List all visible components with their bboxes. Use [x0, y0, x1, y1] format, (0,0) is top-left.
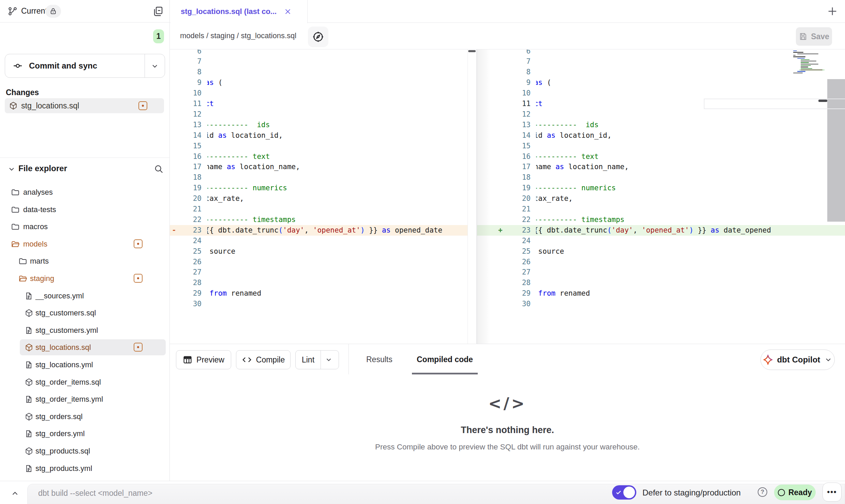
file-tree-item-stg-locations-sql[interactable]: stg_locations.sql: [0, 339, 170, 355]
file-tree-item-stg-locations-yml[interactable]: stg_locations.yml: [0, 357, 170, 373]
left-scrollbar-thumb[interactable]: [468, 50, 476, 52]
diff-pane-modified[interactable]: 67),89renamed as (1011 select1213 ------…: [477, 49, 845, 344]
code-line-12[interactable]: 12: [477, 109, 845, 120]
code-line-28[interactable]: 28: [170, 278, 468, 288]
dbt-copilot-button[interactable]: dbt Copilot: [760, 350, 835, 370]
code-line-16[interactable]: 16 ---------- text: [170, 151, 468, 162]
code-line-23[interactable]: -23 {{ dbt.date_trunc('day', 'opened_at'…: [170, 225, 468, 236]
file-tree-item-analyses[interactable]: analyses: [0, 184, 170, 200]
code-line-9[interactable]: 9renamed as (: [477, 77, 845, 88]
defer-toggle[interactable]: [612, 485, 636, 500]
more-options-button[interactable]: •••: [822, 483, 842, 502]
code-line-26[interactable]: 26: [170, 257, 468, 267]
code-line-29[interactable]: 29select * from renamed: [477, 288, 845, 299]
file-explorer-header[interactable]: File explorer: [0, 160, 170, 179]
code-line-15[interactable]: 15: [477, 141, 845, 151]
file-tree-item-stg-customers-sql[interactable]: stg_customers.sql: [0, 305, 170, 321]
minimap-line: [801, 62, 809, 63]
code-line-30[interactable]: 30: [477, 299, 845, 309]
code-line-7[interactable]: 7),: [170, 56, 468, 67]
code-line-8[interactable]: 8: [477, 67, 845, 77]
file-tree-item-staging[interactable]: staging: [0, 270, 170, 286]
code-line-10[interactable]: 10: [170, 88, 468, 99]
commit-dropdown-chevron-icon[interactable]: [151, 62, 159, 70]
file-tree-item-macros[interactable]: macros: [0, 219, 170, 235]
file-tree-item-stg-orders-yml[interactable]: stg_orders.yml: [0, 426, 170, 442]
file-tree-item--sources-yml[interactable]: __sources.yml: [0, 288, 170, 304]
file-tree-item-models[interactable]: models: [0, 236, 170, 252]
diff-editor[interactable]: 67),89renamed as (1011 select1213 ------…: [170, 49, 845, 344]
code-line-30[interactable]: 30: [170, 299, 468, 309]
file-tree-item-stg-order-items-sql[interactable]: stg_order_items.sql: [0, 374, 170, 390]
code-line-19[interactable]: 19 ---------- numerics: [170, 183, 468, 193]
file-tree-item-data-tests[interactable]: data-tests: [0, 202, 170, 218]
code-line-20[interactable]: 20 tax_rate,: [477, 193, 845, 204]
code-line-6[interactable]: 6: [477, 49, 845, 57]
help-icon[interactable]: ?: [758, 487, 767, 497]
file-tree-item-stg-products-sql[interactable]: stg_products.sql: [0, 443, 170, 459]
diff-pane-original[interactable]: 67),89renamed as (1011 select1213 ------…: [170, 49, 468, 344]
file-tree-item-stg-products-yml[interactable]: stg_products.yml: [0, 460, 170, 476]
code-line-27[interactable]: 27): [170, 267, 468, 278]
compile-button[interactable]: Compile: [236, 350, 291, 369]
save-button[interactable]: Save: [796, 27, 832, 46]
code-line-21[interactable]: 21: [170, 204, 468, 214]
code-line-10[interactable]: 10: [477, 88, 845, 99]
code-line-25[interactable]: 25 from source: [477, 246, 845, 257]
code-line-18[interactable]: 18: [477, 172, 845, 183]
branch-name[interactable]: Current: [21, 6, 47, 16]
code-line-14[interactable]: 14 id as location_id,: [477, 130, 845, 141]
code-line-14[interactable]: 14 id as location_id,: [170, 130, 468, 141]
code-line-26[interactable]: 26: [477, 257, 845, 267]
code-line-12[interactable]: 12: [170, 109, 468, 120]
code-line-18[interactable]: 18: [170, 172, 468, 183]
ready-status-badge[interactable]: Ready: [774, 485, 816, 500]
expand-command-bar-button[interactable]: [9, 487, 21, 500]
code-line-22[interactable]: 22 ---------- timestamps: [477, 214, 845, 225]
lint-dropdown-chevron-icon[interactable]: [325, 356, 332, 364]
close-icon[interactable]: [284, 8, 292, 15]
code-line-20[interactable]: 20 tax_rate,: [170, 193, 468, 204]
code-line-9[interactable]: 9renamed as (: [170, 77, 468, 88]
lint-button[interactable]: Lint: [295, 350, 339, 369]
tab-stg-locations[interactable]: stg_locations.sql (last co...: [171, 0, 308, 23]
code-line-16[interactable]: 16 ---------- text: [477, 151, 845, 162]
code-line-13[interactable]: 13 ---------- ids: [170, 120, 468, 130]
changed-file-row[interactable]: stg_locations.sql: [5, 98, 164, 113]
tab-results[interactable]: Results: [366, 344, 392, 375]
code-line-24[interactable]: 24: [477, 236, 845, 246]
code-line-29[interactable]: 29select * from renamed: [170, 288, 468, 299]
line-number: 8: [512, 67, 531, 77]
code-line-17[interactable]: 17 name as location_name,: [477, 162, 845, 172]
file-tree-item-stg-orders-sql[interactable]: stg_orders.sql: [0, 409, 170, 425]
code-line-6[interactable]: 6: [170, 49, 468, 57]
duplicate-icon[interactable]: [152, 5, 164, 17]
new-tab-button[interactable]: [826, 5, 839, 18]
left-scrollbar[interactable]: [468, 49, 476, 344]
code-line-11[interactable]: 11 select: [170, 99, 468, 109]
tab-compiled-code[interactable]: Compiled code: [417, 344, 473, 375]
explore-lineage-button[interactable]: [308, 27, 328, 47]
code-line-23[interactable]: +23 {{ dbt.date_trunc('day', 'opened_at'…: [477, 225, 845, 236]
code-line-13[interactable]: 13 ---------- ids: [477, 120, 845, 130]
code-line-15[interactable]: 15: [170, 141, 468, 151]
code-line-25[interactable]: 25 from source: [170, 246, 468, 257]
code-line-28[interactable]: 28: [477, 278, 845, 288]
file-name: models: [23, 240, 47, 249]
file-tree-item-marts[interactable]: marts: [0, 253, 170, 269]
code-line-17[interactable]: 17 name as location_name,: [170, 162, 468, 172]
preview-button[interactable]: Preview: [176, 350, 231, 369]
file-tree-item-stg-customers-yml[interactable]: stg_customers.yml: [0, 322, 170, 338]
file-tree-item-stg-order-items-yml[interactable]: stg_order_items.yml: [0, 391, 170, 407]
code-line-7[interactable]: 7),: [477, 56, 845, 67]
code-line-24[interactable]: 24: [170, 236, 468, 246]
minimap[interactable]: [793, 50, 820, 122]
commit-and-sync-button[interactable]: Commit and sync: [5, 54, 165, 78]
code-line-21[interactable]: 21: [477, 204, 845, 214]
code-line-19[interactable]: 19 ---------- numerics: [477, 183, 845, 193]
code-line-8[interactable]: 8: [170, 67, 468, 77]
code-line-22[interactable]: 22 ---------- timestamps: [170, 214, 468, 225]
code-line-27[interactable]: 27): [477, 267, 845, 278]
version-control-header[interactable]: Version control: [0, 23, 170, 48]
search-icon[interactable]: [153, 164, 164, 174]
